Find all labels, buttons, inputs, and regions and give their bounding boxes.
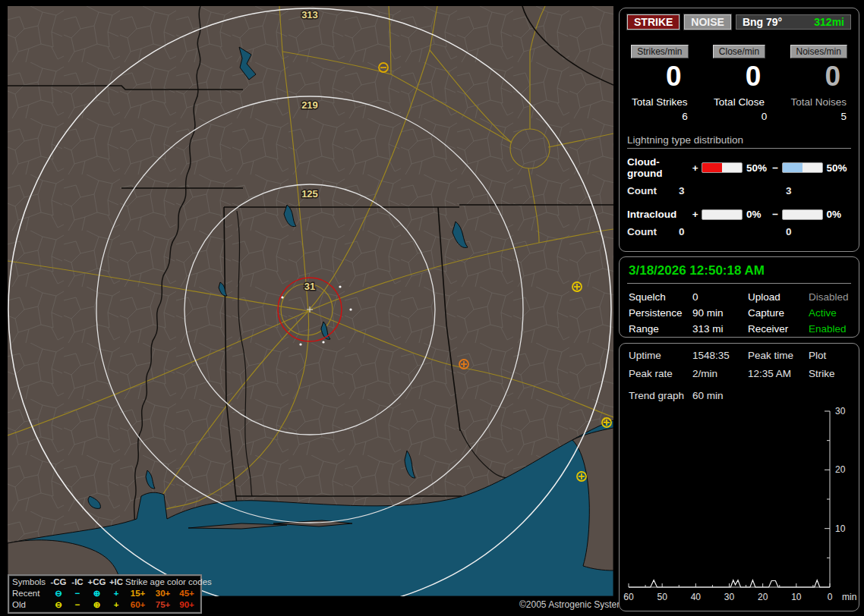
legend-header-ncg: -CG [49, 577, 68, 588]
trend-graph-row: Trend graph 60 min [627, 390, 851, 401]
ring-label-31: 31 [304, 281, 315, 292]
stats-grid: Uptime 1548:35 Peak time Plot Peak rate … [627, 350, 851, 379]
plot-label: Plot [809, 350, 851, 361]
svg-text:10: 10 [835, 523, 846, 534]
noises-counter-column: Noises/min 0 Total Noises 5 [786, 45, 851, 122]
map-canvas: 313 219 125 31 [8, 6, 613, 596]
total-strikes-label: Total Strikes [627, 96, 692, 108]
status-grid: Squelch 0 Upload Disabled Persistence 90… [627, 291, 851, 335]
squelch-value: 0 [692, 291, 748, 303]
noises-per-min-button[interactable]: Noises/min [790, 45, 847, 58]
cg-count-label: Count [627, 185, 679, 196]
cg-negative-pct: 50% [825, 162, 851, 174]
svg-text:30: 30 [724, 592, 735, 602]
age-30: 30+ [150, 588, 175, 599]
ic-count-label: Count [627, 226, 679, 237]
total-strikes-value: 6 [627, 111, 692, 122]
ic-negative-pct: 0% [825, 209, 851, 220]
cloud-ground-label: Cloud-ground [627, 156, 691, 179]
intracloud-row: Intracloud + 0% − 0% [627, 209, 851, 220]
neg-ic-old-icon: − [68, 599, 87, 611]
close-per-min-button[interactable]: Close/min [713, 45, 765, 58]
stats-panel: Uptime 1548:35 Peak time Plot Peak rate … [619, 343, 859, 611]
svg-text:30: 30 [835, 406, 846, 416]
strike-mode-button[interactable]: STRIKE [627, 14, 680, 30]
plus-sign: + [691, 209, 699, 220]
rate-counters: Strikes/min 0 Total Strikes 6 Close/min … [627, 45, 851, 122]
peak-time-value: 12:35 AM [748, 368, 809, 379]
svg-text:10: 10 [791, 592, 802, 602]
minus-sign: − [771, 209, 780, 220]
intracloud-count-row: Count 0 0 [627, 226, 851, 237]
age-60: 60+ [125, 599, 150, 611]
persistence-value: 90 min [692, 307, 748, 319]
strikes-per-min-value: 0 [627, 58, 692, 95]
svg-text:40: 40 [691, 592, 702, 602]
legend-header-pic: +IC [107, 577, 125, 588]
cloud-ground-row: Cloud-ground + 50% − 50% [627, 156, 851, 179]
neg-cg-recent-icon: ⊖ [49, 588, 68, 599]
noises-per-min-value: 0 [786, 58, 851, 95]
bearing-distance: 312mi [814, 16, 844, 28]
peak-rate-label: Peak rate [629, 368, 692, 379]
noise-mode-button[interactable]: NOISE [684, 14, 731, 30]
pos-cg-recent-icon: ⊕ [87, 588, 107, 599]
capture-status: Active [809, 307, 851, 319]
svg-text:20: 20 [835, 464, 846, 475]
cg-positive-bar [702, 162, 743, 173]
pos-ic-recent-icon: + [107, 588, 125, 599]
total-noises-label: Total Noises [786, 96, 851, 108]
intracloud-label: Intracloud [627, 209, 691, 220]
cg-negative-bar-fill [783, 163, 803, 172]
minus-sign: − [771, 162, 780, 174]
svg-text:60: 60 [623, 592, 634, 602]
legend-header-age-codes: Strike age color codes [125, 577, 198, 588]
svg-text:min: min [842, 592, 856, 602]
cg-positive-count: 3 [679, 185, 786, 196]
capture-label: Capture [748, 307, 809, 319]
legend-header-nic: -IC [68, 577, 87, 588]
distribution-title: Lightning type distribution [627, 134, 851, 149]
age-45: 45+ [175, 588, 198, 599]
pos-cg-old-icon: ⊕ [87, 599, 107, 611]
persistence-label: Persistence [629, 307, 692, 319]
ic-positive-bar [702, 209, 743, 220]
symbol-legend: Symbols -CG -IC +CG +IC Strike age color… [8, 574, 202, 614]
legend-header-pcg: +CG [87, 577, 107, 588]
receiver-label: Receiver [748, 323, 809, 335]
legend-row-old-label: Old [12, 599, 49, 611]
total-close-label: Total Close [707, 96, 772, 108]
uptime-value: 1548:35 [692, 350, 748, 361]
peak-rate-value: 2/min [692, 368, 748, 379]
svg-text:50: 50 [657, 592, 667, 602]
close-per-min-value: 0 [707, 58, 772, 95]
pos-ic-old-icon: + [107, 599, 125, 611]
plot-type-value: Strike [809, 368, 851, 379]
age-75: 75+ [150, 599, 175, 611]
strikes-per-min-button[interactable]: Strikes/min [631, 45, 688, 58]
total-close-value: 0 [707, 111, 772, 122]
strikes-counter-column: Strikes/min 0 Total Strikes 6 [627, 45, 692, 122]
ring-label-219: 219 [301, 99, 318, 111]
age-90: 90+ [175, 599, 198, 611]
squelch-label: Squelch [629, 291, 692, 303]
cloud-ground-count-row: Count 3 3 [627, 185, 851, 196]
trend-graph-label: Trend graph [629, 390, 692, 401]
neg-ic-recent-icon: − [68, 588, 87, 599]
plus-sign: + [691, 162, 699, 174]
trend-graph: 6050403020100min102030 [623, 401, 858, 611]
ic-negative-count: 0 [786, 226, 792, 237]
ic-positive-pct: 0% [745, 209, 771, 220]
legend-header-symbols: Symbols [12, 577, 49, 588]
total-noises-value: 5 [786, 111, 851, 122]
legend-row-recent-label: Recent [12, 588, 49, 599]
upload-status: Disabled [809, 291, 851, 303]
receiver-status: Enabled [809, 323, 851, 335]
cg-positive-bar-fill [702, 163, 722, 172]
lightning-map[interactable]: 313 219 125 31 [8, 6, 613, 596]
ic-negative-bar [782, 209, 823, 220]
bearing-value: Bng 79° [743, 16, 782, 28]
peak-time-label: Peak time [748, 350, 809, 361]
range-label: Range [629, 323, 692, 335]
cg-negative-count: 3 [786, 185, 792, 196]
